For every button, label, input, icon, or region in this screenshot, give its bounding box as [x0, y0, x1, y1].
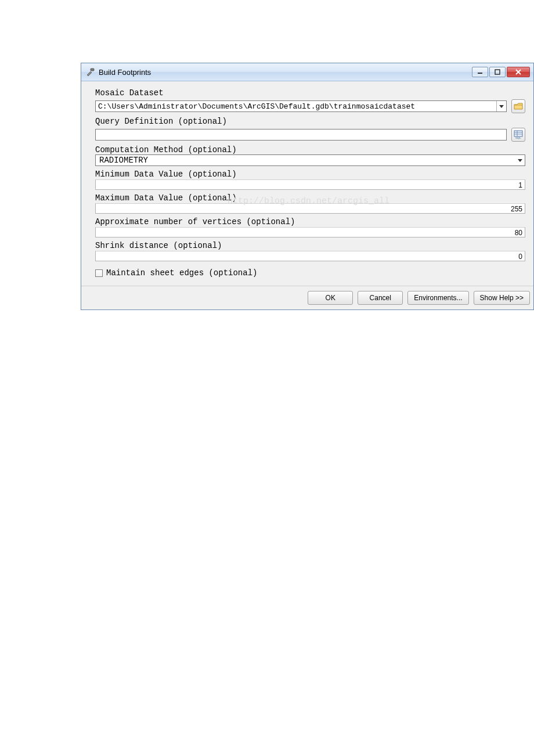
maintain-edges-checkbox[interactable] [95, 269, 103, 277]
query-definition-label: Query Definition (optional) [95, 117, 525, 126]
max-data-value-label: Maximum Data Value (optional) [95, 193, 525, 203]
button-bar: OK Cancel Environments... Show Help >> [81, 286, 533, 309]
dropdown-arrow-icon[interactable] [496, 101, 506, 111]
svg-rect-5 [514, 131, 522, 136]
dialog-window: Build Footprints http://blog.csdn.net/ar… [81, 63, 534, 310]
maintain-edges-label: Maintain sheet edges (optional) [106, 268, 257, 278]
svg-text:SQL: SQL [515, 136, 521, 139]
window-title: Build Footprints [99, 68, 151, 77]
vertices-input[interactable]: 80 [95, 227, 525, 237]
environments-button[interactable]: Environments... [407, 291, 468, 305]
cancel-button[interactable]: Cancel [358, 291, 403, 305]
form-body: http://blog.csdn.net/arcgis_all Mosaic D… [81, 81, 533, 286]
minimize-button[interactable] [472, 67, 488, 77]
min-data-value-label: Minimum Data Value (optional) [95, 170, 525, 179]
shrink-distance-label: Shrink distance (optional) [95, 241, 525, 250]
max-data-value-input[interactable]: 255 [95, 203, 525, 214]
vertices-label: Approximate number of vertices (optional… [95, 217, 525, 226]
shrink-distance-input[interactable]: 0 [95, 251, 525, 261]
chevron-down-icon [518, 159, 522, 162]
min-data-value-input[interactable]: 1 [95, 179, 525, 190]
computation-method-label: Computation Method (optional) [95, 145, 525, 154]
svg-rect-2 [495, 70, 500, 74]
titlebar: Build Footprints [81, 63, 533, 81]
browse-button[interactable] [511, 99, 525, 113]
ok-button[interactable]: OK [308, 291, 353, 305]
show-help-button[interactable]: Show Help >> [474, 291, 530, 305]
computation-method-value: RADIOMETRY [99, 156, 148, 165]
maximize-button[interactable] [489, 67, 506, 77]
computation-method-select[interactable]: RADIOMETRY [95, 154, 525, 166]
sql-builder-button[interactable]: SQL [511, 128, 525, 142]
query-definition-input[interactable] [95, 129, 507, 141]
svg-rect-0 [91, 69, 94, 71]
mosaic-dataset-label: Mosaic Dataset [95, 88, 525, 98]
mosaic-dataset-value: C:\Users\Administrator\Documents\ArcGIS\… [96, 101, 496, 111]
close-button[interactable] [507, 67, 530, 77]
mosaic-dataset-input[interactable]: C:\Users\Administrator\Documents\ArcGIS\… [95, 100, 507, 112]
hammer-icon [86, 67, 95, 77]
